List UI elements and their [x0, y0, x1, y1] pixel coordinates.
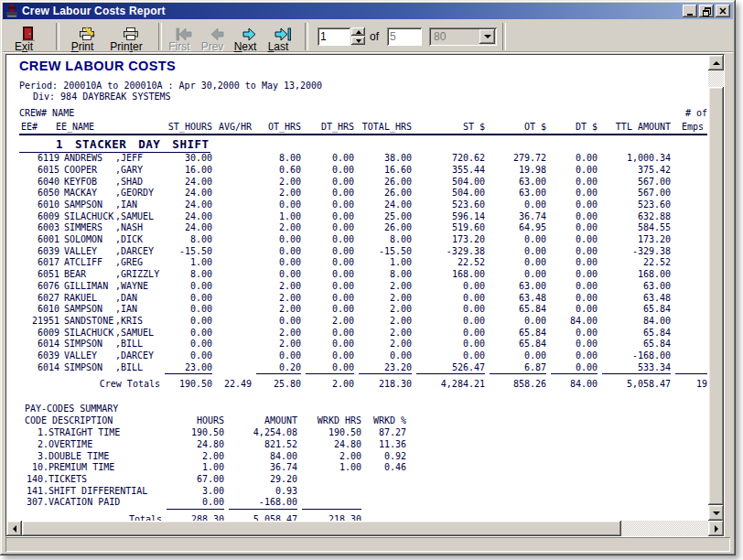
cell-emps [671, 350, 707, 362]
cell-name: MACKAY,GEORDY [59, 188, 160, 199]
cell-amount: 821.52 [224, 439, 297, 451]
cell-amount: 36.74 [224, 462, 297, 474]
cell-ee: 6014 [19, 362, 59, 374]
crew-number-header: CREW# NAME [19, 108, 671, 120]
cell-dt-dollars: 0.00 [546, 281, 598, 293]
col-ee: EE# [19, 120, 59, 135]
cell-dt-hrs: 0.00 [301, 211, 354, 223]
cell-code: 141. [25, 486, 48, 498]
paycodes-body: 1. STRAIGHT TIME 190.50 4,254.08 190.50 … [25, 427, 406, 509]
horizontal-scroll-thumb[interactable] [22, 521, 621, 536]
page-of-label: of [370, 30, 379, 43]
table-row: 6040 KEYFOB,SHAD 24.00 2.00 0.00 26.00 5… [19, 177, 707, 188]
cell-description: STRAIGHT TIME [48, 427, 162, 439]
cell-st-hours: 8.00 [160, 234, 212, 246]
cell-name: KEYFOB,SHAD [59, 177, 160, 188]
cell-ot-dollars: 0.00 [485, 316, 546, 328]
vertical-scroll-track[interactable] [708, 70, 724, 87]
cell-emps [671, 199, 707, 211]
cell-dt-hrs: 0.00 [301, 234, 354, 246]
paycodes-table: CODE DESCRIPTION HOURS AMOUNT WRKD HRS W… [25, 415, 406, 521]
chevron-down-icon[interactable] [479, 29, 495, 44]
cell-dt-hrs: 2.00 [301, 316, 354, 328]
page-number-input[interactable] [318, 27, 350, 46]
crew-totals-label: Crew Totals [59, 373, 160, 391]
cell-ee: 6039 [19, 350, 59, 362]
cell-st-dollars: 0.00 [412, 328, 485, 339]
col-ttl-amount: TTL AMOUNT [598, 120, 671, 135]
cell-ot-dollars: 65.84 [485, 304, 546, 316]
cell-ee: 6050 [19, 188, 59, 199]
cell-ee: 6009 [19, 328, 59, 339]
cell-name: SILACHUCK,SAMUEL [59, 328, 160, 339]
cell-ot-dollars: 65.84 [485, 328, 546, 339]
cell-emps [671, 316, 707, 328]
cell-name: RAKUEL,DAN [59, 293, 160, 305]
cell-dt-dollars: 0.00 [546, 328, 598, 339]
paycode-row: 3. DOUBLE TIME 2.00 84.00 2.00 0.92 [25, 451, 406, 463]
col-st-dollars: ST $ [412, 120, 485, 135]
table-row: 6010 SAMPSON,IAN 24.00 0.00 0.00 24.00 5… [19, 199, 707, 211]
spin-up-button[interactable] [351, 27, 365, 36]
col-dt-hrs: DT_HRS [301, 120, 354, 135]
cell-emps [671, 188, 707, 199]
exit-button[interactable]: Exit [6, 21, 50, 52]
horizontal-scroll-track[interactable] [621, 521, 708, 536]
scroll-left-button[interactable] [6, 521, 22, 536]
cell-wrkd-pct [361, 497, 406, 509]
cell-total-hrs: 2.00 [354, 293, 412, 305]
cell-emps [671, 234, 707, 246]
close-button[interactable] [716, 5, 730, 17]
scroll-down-button[interactable] [708, 505, 724, 521]
cell-dt-dollars: 0.00 [546, 211, 598, 223]
crew-total-st-hours: 190.50 [160, 373, 212, 391]
cell-description: OVERTIME [48, 439, 162, 451]
cell-name: SIMPSON,BILL [59, 362, 160, 374]
cell-avg-hr [212, 362, 252, 374]
cell-wrkd-hrs: 2.00 [297, 451, 361, 463]
zoom-combobox[interactable]: 80 [429, 27, 497, 46]
minimize-icon [687, 14, 693, 16]
cell-emps [671, 246, 707, 258]
vertical-scrollbar[interactable] [708, 55, 724, 521]
cell-ot-hrs: 0.60 [252, 165, 301, 177]
col-ot-hrs: OT_HRS [252, 120, 301, 135]
cell-dt-dollars: 0.00 [546, 339, 598, 350]
cell-ot-dollars: 63.00 [485, 177, 546, 188]
cell-ot-hrs: 0.00 [252, 316, 301, 328]
cell-avg-hr [212, 316, 252, 328]
minimize-button[interactable] [683, 5, 697, 17]
cell-emps [671, 269, 707, 281]
vertical-scroll-thumb[interactable] [708, 87, 724, 505]
cell-st-hours: 0.00 [160, 328, 212, 339]
cell-ot-dollars: 0.00 [485, 234, 546, 246]
cell-ttl-amount: 168.00 [598, 269, 671, 281]
cell-code: 140. [25, 474, 48, 486]
emps-header-top: # of [671, 108, 707, 120]
cell-hours: 67.00 [162, 474, 224, 486]
table-row: 6051 BEAR,GRIZZLY 8.00 0.00 0.00 8.00 16… [19, 269, 707, 281]
next-page-button[interactable]: Next [233, 21, 266, 52]
scroll-up-button[interactable] [708, 55, 724, 70]
horizontal-scrollbar[interactable] [6, 521, 724, 536]
cell-wrkd-pct: 87.27 [361, 427, 406, 439]
printer-button[interactable]: Printer [109, 21, 153, 52]
cell-st-hours: 0.00 [160, 281, 212, 293]
print-button[interactable]: Print [65, 21, 109, 52]
cell-dt-hrs: 0.00 [301, 328, 354, 339]
spin-down-button[interactable] [351, 37, 365, 45]
last-page-button[interactable]: Last [266, 21, 299, 52]
cell-wrkd-pct: 0.92 [361, 451, 406, 463]
cell-ot-hrs: 0.00 [252, 269, 301, 281]
restore-button[interactable] [699, 5, 714, 17]
cell-wrkd-pct: 0.46 [361, 462, 406, 474]
cell-st-dollars: 519.60 [412, 222, 485, 234]
cell-ot-hrs: 2.00 [252, 328, 301, 339]
crew-total-st-dollars: 4,284.21 [412, 373, 485, 391]
titlebar[interactable]: Crew Labour Costs Report [3, 3, 733, 19]
table-row: 6014 SIMPSON,BILL 0.00 2.00 0.00 2.00 0.… [19, 339, 707, 350]
scroll-right-button[interactable] [708, 521, 724, 536]
cell-emps [671, 177, 707, 188]
col-st-hours: ST_HOURS [160, 120, 212, 135]
col-wrkd-hrs: WRKD HRS [297, 415, 361, 427]
